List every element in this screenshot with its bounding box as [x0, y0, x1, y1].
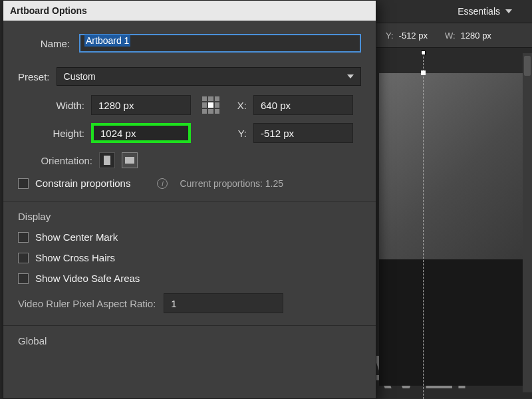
name-input[interactable]: Artboard 1 — [79, 34, 361, 53]
orientation-label: Orientation: — [26, 155, 92, 166]
dialog-title: Artboard Options — [10, 5, 87, 16]
divider — [3, 201, 376, 201]
y-label: Y: — [231, 128, 253, 139]
preset-select[interactable]: Custom — [57, 67, 361, 86]
vertical-scrollbar[interactable] — [523, 53, 532, 392]
y-input[interactable]: -512 px — [253, 123, 353, 143]
artboard-preview: AVEI — [379, 73, 525, 386]
show-cross-label: Show Cross Hairs — [35, 252, 115, 263]
video-ruler-label: Video Ruler Pixel Aspect Ratio: — [18, 298, 156, 309]
selection-handle[interactable] — [421, 70, 426, 75]
scrollbar-thumb[interactable] — [524, 56, 531, 76]
workspace-switcher[interactable]: Essentials — [458, 6, 512, 17]
show-center-label: Show Center Mark — [35, 231, 118, 243]
show-cross-checkbox[interactable] — [18, 253, 29, 263]
preset-value: Custom — [64, 71, 96, 82]
name-value: Artboard 1 — [84, 35, 130, 47]
x-input[interactable]: 640 px — [253, 95, 353, 115]
x-label: X: — [231, 100, 253, 111]
orientation-landscape-button[interactable] — [122, 152, 138, 168]
width-input[interactable]: 1280 px — [91, 95, 191, 115]
divider — [3, 325, 376, 326]
dialog-titlebar[interactable]: Artboard Options — [3, 1, 376, 21]
height-label: Height: — [18, 128, 91, 139]
global-heading: Global — [18, 335, 361, 346]
canvas-area[interactable]: AVEI — [372, 53, 532, 399]
info-icon: i — [157, 178, 168, 189]
workspace-label: Essentials — [458, 6, 500, 17]
reference-point-grid[interactable] — [202, 96, 219, 114]
show-safe-checkbox[interactable] — [18, 273, 29, 284]
chevron-down-icon — [505, 9, 512, 13]
height-input[interactable]: 1024 px — [91, 123, 191, 143]
display-heading: Display — [18, 211, 361, 222]
portrait-icon — [104, 156, 110, 165]
preset-label: Preset: — [18, 71, 50, 82]
properties-bar: Y: -512 px W: 1280 px — [372, 23, 532, 48]
width-label: Width: — [18, 100, 91, 111]
landscape-icon — [125, 157, 134, 164]
video-ruler-input[interactable]: 1 — [164, 293, 283, 313]
guide-line[interactable] — [423, 53, 424, 399]
show-center-checkbox[interactable] — [18, 232, 29, 243]
app-topbar: Essentials — [372, 0, 532, 23]
selection-handle[interactable] — [421, 51, 426, 55]
show-safe-label: Show Video Safe Areas — [35, 273, 140, 284]
prop-y-value[interactable]: -512 px — [396, 31, 442, 41]
prop-w-value[interactable]: 1280 px — [458, 31, 506, 41]
artboard-options-dialog: Artboard Options Name: Artboard 1 Preset… — [3, 0, 376, 399]
chevron-down-icon — [347, 74, 354, 78]
constrain-label: Constrain proportions — [35, 178, 130, 189]
prop-w-label: W: — [445, 31, 456, 41]
name-label: Name: — [18, 38, 79, 49]
orientation-portrait-button[interactable] — [99, 152, 115, 168]
constrain-proportions-checkbox[interactable] — [18, 178, 29, 189]
proportions-readout: Current proportions: 1.25 — [180, 178, 283, 189]
prop-y-label: Y: — [386, 31, 394, 41]
